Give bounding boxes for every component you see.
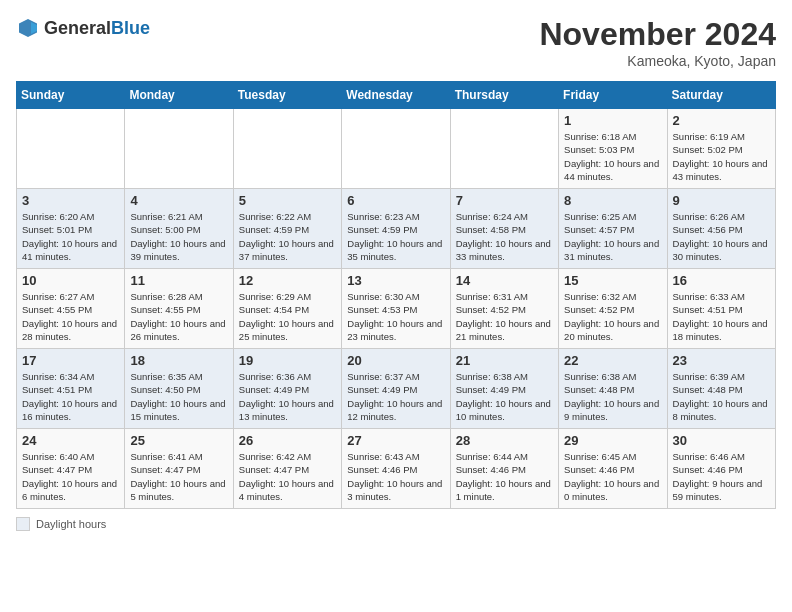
calendar-cell: 30Sunrise: 6:46 AM Sunset: 4:46 PM Dayli…: [667, 429, 775, 509]
calendar-cell: 9Sunrise: 6:26 AM Sunset: 4:56 PM Daylig…: [667, 189, 775, 269]
location: Kameoka, Kyoto, Japan: [539, 53, 776, 69]
calendar-cell: 8Sunrise: 6:25 AM Sunset: 4:57 PM Daylig…: [559, 189, 667, 269]
day-number: 7: [456, 193, 553, 208]
day-number: 4: [130, 193, 227, 208]
calendar-cell: 6Sunrise: 6:23 AM Sunset: 4:59 PM Daylig…: [342, 189, 450, 269]
day-number: 14: [456, 273, 553, 288]
day-number: 29: [564, 433, 661, 448]
legend-box: [16, 517, 30, 531]
calendar-header-friday: Friday: [559, 82, 667, 109]
logo: GeneralBlue: [16, 16, 150, 40]
calendar-cell: 5Sunrise: 6:22 AM Sunset: 4:59 PM Daylig…: [233, 189, 341, 269]
legend-label: Daylight hours: [36, 518, 106, 530]
calendar-cell: 21Sunrise: 6:38 AM Sunset: 4:49 PM Dayli…: [450, 349, 558, 429]
calendar-cell: 11Sunrise: 6:28 AM Sunset: 4:55 PM Dayli…: [125, 269, 233, 349]
day-info: Sunrise: 6:44 AM Sunset: 4:46 PM Dayligh…: [456, 450, 553, 503]
calendar-table: SundayMondayTuesdayWednesdayThursdayFrid…: [16, 81, 776, 509]
calendar-cell: 18Sunrise: 6:35 AM Sunset: 4:50 PM Dayli…: [125, 349, 233, 429]
calendar-header-saturday: Saturday: [667, 82, 775, 109]
day-info: Sunrise: 6:21 AM Sunset: 5:00 PM Dayligh…: [130, 210, 227, 263]
day-info: Sunrise: 6:30 AM Sunset: 4:53 PM Dayligh…: [347, 290, 444, 343]
day-number: 30: [673, 433, 770, 448]
day-info: Sunrise: 6:18 AM Sunset: 5:03 PM Dayligh…: [564, 130, 661, 183]
calendar-cell: 24Sunrise: 6:40 AM Sunset: 4:47 PM Dayli…: [17, 429, 125, 509]
day-info: Sunrise: 6:36 AM Sunset: 4:49 PM Dayligh…: [239, 370, 336, 423]
calendar-cell: 19Sunrise: 6:36 AM Sunset: 4:49 PM Dayli…: [233, 349, 341, 429]
day-number: 22: [564, 353, 661, 368]
day-info: Sunrise: 6:32 AM Sunset: 4:52 PM Dayligh…: [564, 290, 661, 343]
calendar-cell: 14Sunrise: 6:31 AM Sunset: 4:52 PM Dayli…: [450, 269, 558, 349]
day-number: 21: [456, 353, 553, 368]
day-number: 24: [22, 433, 119, 448]
day-info: Sunrise: 6:45 AM Sunset: 4:46 PM Dayligh…: [564, 450, 661, 503]
calendar-header-thursday: Thursday: [450, 82, 558, 109]
day-info: Sunrise: 6:29 AM Sunset: 4:54 PM Dayligh…: [239, 290, 336, 343]
calendar-cell: 3Sunrise: 6:20 AM Sunset: 5:01 PM Daylig…: [17, 189, 125, 269]
calendar-cell: 25Sunrise: 6:41 AM Sunset: 4:47 PM Dayli…: [125, 429, 233, 509]
calendar-cell: 22Sunrise: 6:38 AM Sunset: 4:48 PM Dayli…: [559, 349, 667, 429]
calendar-cell: [17, 109, 125, 189]
day-info: Sunrise: 6:20 AM Sunset: 5:01 PM Dayligh…: [22, 210, 119, 263]
day-info: Sunrise: 6:24 AM Sunset: 4:58 PM Dayligh…: [456, 210, 553, 263]
header: GeneralBlue November 2024 Kameoka, Kyoto…: [16, 16, 776, 69]
day-info: Sunrise: 6:34 AM Sunset: 4:51 PM Dayligh…: [22, 370, 119, 423]
day-number: 27: [347, 433, 444, 448]
day-number: 20: [347, 353, 444, 368]
calendar-cell: 15Sunrise: 6:32 AM Sunset: 4:52 PM Dayli…: [559, 269, 667, 349]
day-number: 16: [673, 273, 770, 288]
calendar-cell: [342, 109, 450, 189]
calendar-header-tuesday: Tuesday: [233, 82, 341, 109]
calendar-cell: 12Sunrise: 6:29 AM Sunset: 4:54 PM Dayli…: [233, 269, 341, 349]
logo-icon: [16, 16, 40, 40]
calendar-cell: 7Sunrise: 6:24 AM Sunset: 4:58 PM Daylig…: [450, 189, 558, 269]
calendar-week-row: 10Sunrise: 6:27 AM Sunset: 4:55 PM Dayli…: [17, 269, 776, 349]
calendar-cell: 20Sunrise: 6:37 AM Sunset: 4:49 PM Dayli…: [342, 349, 450, 429]
day-info: Sunrise: 6:42 AM Sunset: 4:47 PM Dayligh…: [239, 450, 336, 503]
day-info: Sunrise: 6:23 AM Sunset: 4:59 PM Dayligh…: [347, 210, 444, 263]
calendar-cell: 16Sunrise: 6:33 AM Sunset: 4:51 PM Dayli…: [667, 269, 775, 349]
logo-text-general: General: [44, 18, 111, 38]
day-number: 5: [239, 193, 336, 208]
day-number: 13: [347, 273, 444, 288]
day-number: 2: [673, 113, 770, 128]
day-info: Sunrise: 6:40 AM Sunset: 4:47 PM Dayligh…: [22, 450, 119, 503]
day-number: 10: [22, 273, 119, 288]
calendar-cell: 26Sunrise: 6:42 AM Sunset: 4:47 PM Dayli…: [233, 429, 341, 509]
calendar-cell: 23Sunrise: 6:39 AM Sunset: 4:48 PM Dayli…: [667, 349, 775, 429]
day-info: Sunrise: 6:27 AM Sunset: 4:55 PM Dayligh…: [22, 290, 119, 343]
calendar-cell: 27Sunrise: 6:43 AM Sunset: 4:46 PM Dayli…: [342, 429, 450, 509]
month-title: November 2024: [539, 16, 776, 53]
calendar-header-wednesday: Wednesday: [342, 82, 450, 109]
day-number: 26: [239, 433, 336, 448]
calendar-cell: 10Sunrise: 6:27 AM Sunset: 4:55 PM Dayli…: [17, 269, 125, 349]
calendar-cell: 29Sunrise: 6:45 AM Sunset: 4:46 PM Dayli…: [559, 429, 667, 509]
day-info: Sunrise: 6:31 AM Sunset: 4:52 PM Dayligh…: [456, 290, 553, 343]
calendar-cell: 13Sunrise: 6:30 AM Sunset: 4:53 PM Dayli…: [342, 269, 450, 349]
calendar-week-row: 1Sunrise: 6:18 AM Sunset: 5:03 PM Daylig…: [17, 109, 776, 189]
calendar-cell: 2Sunrise: 6:19 AM Sunset: 5:02 PM Daylig…: [667, 109, 775, 189]
day-info: Sunrise: 6:22 AM Sunset: 4:59 PM Dayligh…: [239, 210, 336, 263]
day-info: Sunrise: 6:33 AM Sunset: 4:51 PM Dayligh…: [673, 290, 770, 343]
day-number: 25: [130, 433, 227, 448]
day-info: Sunrise: 6:28 AM Sunset: 4:55 PM Dayligh…: [130, 290, 227, 343]
calendar-cell: [125, 109, 233, 189]
day-info: Sunrise: 6:46 AM Sunset: 4:46 PM Dayligh…: [673, 450, 770, 503]
calendar-week-row: 3Sunrise: 6:20 AM Sunset: 5:01 PM Daylig…: [17, 189, 776, 269]
day-number: 18: [130, 353, 227, 368]
calendar-header-sunday: Sunday: [17, 82, 125, 109]
day-number: 12: [239, 273, 336, 288]
day-number: 6: [347, 193, 444, 208]
day-number: 15: [564, 273, 661, 288]
calendar-cell: 17Sunrise: 6:34 AM Sunset: 4:51 PM Dayli…: [17, 349, 125, 429]
day-info: Sunrise: 6:39 AM Sunset: 4:48 PM Dayligh…: [673, 370, 770, 423]
title-area: November 2024 Kameoka, Kyoto, Japan: [539, 16, 776, 69]
day-number: 1: [564, 113, 661, 128]
day-info: Sunrise: 6:19 AM Sunset: 5:02 PM Dayligh…: [673, 130, 770, 183]
calendar-week-row: 17Sunrise: 6:34 AM Sunset: 4:51 PM Dayli…: [17, 349, 776, 429]
day-number: 9: [673, 193, 770, 208]
day-info: Sunrise: 6:26 AM Sunset: 4:56 PM Dayligh…: [673, 210, 770, 263]
day-number: 19: [239, 353, 336, 368]
calendar-cell: 4Sunrise: 6:21 AM Sunset: 5:00 PM Daylig…: [125, 189, 233, 269]
day-info: Sunrise: 6:38 AM Sunset: 4:49 PM Dayligh…: [456, 370, 553, 423]
calendar-header-monday: Monday: [125, 82, 233, 109]
